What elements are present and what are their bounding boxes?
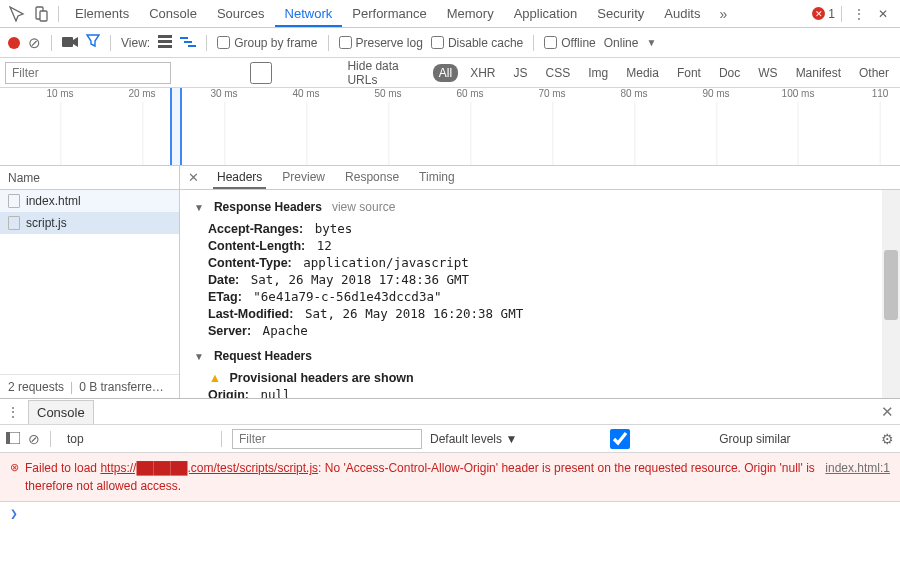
detail-tab-timing[interactable]: Timing (415, 167, 459, 189)
filter-type-doc[interactable]: Doc (713, 64, 746, 82)
error-text: Failed to load https://██████.com/test/s… (25, 459, 815, 495)
timeline-tick: 110 (872, 88, 889, 99)
error-icon: ⊗ (10, 459, 19, 495)
provisional-warning: ▲ Provisional headers are shown (194, 369, 888, 386)
column-header-name[interactable]: Name (0, 166, 179, 190)
drawer-tab-console[interactable]: Console (28, 400, 94, 424)
group-by-frame-checkbox[interactable]: Group by frame (217, 36, 317, 50)
filter-type-ws[interactable]: WS (752, 64, 783, 82)
filter-type-img[interactable]: Img (582, 64, 614, 82)
filter-type-manifest[interactable]: Manifest (790, 64, 847, 82)
header-line: Server: Apache (194, 322, 888, 339)
tab-sources[interactable]: Sources (207, 1, 275, 27)
svg-rect-3 (158, 35, 172, 38)
tab-memory[interactable]: Memory (437, 1, 504, 27)
dropdown-caret-icon[interactable]: ▼ (646, 37, 656, 48)
detail-tab-response[interactable]: Response (341, 167, 403, 189)
timeline-tick: 70 ms (538, 88, 565, 99)
filter-type-js[interactable]: JS (508, 64, 534, 82)
console-filter-input[interactable] (232, 429, 422, 449)
tab-audits[interactable]: Audits (654, 1, 710, 27)
large-rows-icon[interactable] (158, 34, 172, 51)
context-select[interactable]: top (61, 432, 211, 446)
clear-icon[interactable]: ⊘ (28, 34, 41, 52)
timeline-tick: 30 ms (210, 88, 237, 99)
filter-type-xhr[interactable]: XHR (464, 64, 501, 82)
svg-rect-5 (158, 45, 172, 48)
tab-security[interactable]: Security (587, 1, 654, 27)
camera-icon[interactable] (62, 34, 78, 51)
view-label: View: (121, 36, 150, 50)
throttling-select[interactable]: Online (604, 36, 639, 50)
request-row[interactable]: script.js (0, 212, 179, 234)
tab-network[interactable]: Network (275, 1, 343, 27)
tab-elements[interactable]: Elements (65, 1, 139, 27)
sidebar-toggle-icon[interactable] (6, 431, 20, 447)
svg-rect-7 (184, 41, 192, 43)
request-detail: ✕ HeadersPreviewResponseTiming ▼ Respons… (180, 166, 900, 398)
device-toggle-icon[interactable] (30, 3, 52, 25)
filter-type-media[interactable]: Media (620, 64, 665, 82)
filter-type-font[interactable]: Font (671, 64, 707, 82)
error-source-link[interactable]: index.html:1 (815, 459, 890, 495)
console-error-message[interactable]: ⊗ Failed to load https://██████.com/test… (0, 453, 900, 502)
file-icon (8, 194, 20, 208)
collapse-icon[interactable]: ▼ (194, 351, 204, 362)
request-headers-title: Request Headers (214, 349, 312, 363)
filter-icon[interactable] (86, 34, 100, 51)
error-count: 1 (828, 7, 835, 21)
hide-data-urls-checkbox[interactable]: Hide data URLs (179, 59, 425, 87)
timeline-tick: 40 ms (292, 88, 319, 99)
filter-type-all[interactable]: All (433, 64, 458, 82)
separator (110, 35, 111, 51)
gear-icon[interactable]: ⚙ (881, 431, 894, 447)
detail-body: ▼ Response Headers view source Accept-Ra… (180, 190, 900, 398)
inspect-icon[interactable] (6, 3, 28, 25)
request-row[interactable]: index.html (0, 190, 179, 212)
status-bar: 2 requests | 0 B transferre… (0, 374, 179, 398)
header-line: Date: Sat, 26 May 2018 17:48:36 GMT (194, 271, 888, 288)
filter-input[interactable] (5, 62, 171, 84)
view-source-link[interactable]: view source (332, 200, 395, 214)
header-line: Content-Type: application/javascript (194, 254, 888, 271)
more-tabs-icon[interactable]: » (712, 3, 734, 25)
disable-cache-checkbox[interactable]: Disable cache (431, 36, 523, 50)
log-levels-select[interactable]: Default levels ▼ (430, 432, 517, 446)
filter-type-css[interactable]: CSS (540, 64, 577, 82)
close-detail-icon[interactable]: ✕ (184, 170, 203, 185)
timeline-overview[interactable]: 10 ms20 ms30 ms40 ms50 ms60 ms70 ms80 ms… (0, 88, 900, 166)
timeline-tick: 90 ms (702, 88, 729, 99)
drawer-header: ⋮ Console ✕ (0, 399, 900, 425)
clear-console-icon[interactable]: ⊘ (28, 431, 40, 447)
tab-performance[interactable]: Performance (342, 1, 436, 27)
close-devtools-icon[interactable]: ✕ (872, 3, 894, 25)
tab-console[interactable]: Console (139, 1, 207, 27)
tab-application[interactable]: Application (504, 1, 588, 27)
file-icon (8, 216, 20, 230)
offline-checkbox[interactable]: Offline (544, 36, 595, 50)
header-line: Last-Modified: Sat, 26 May 2018 16:20:38… (194, 305, 888, 322)
detail-tab-headers[interactable]: Headers (213, 167, 266, 189)
filter-type-other[interactable]: Other (853, 64, 895, 82)
separator (58, 6, 59, 22)
waterfall-icon[interactable] (180, 34, 196, 51)
close-drawer-icon[interactable]: ✕ (881, 403, 894, 421)
group-similar-checkbox[interactable]: Group similar (525, 429, 790, 449)
network-toolbar: ⊘ View: Group by frame Preserve log Disa… (0, 28, 900, 58)
kebab-menu-icon[interactable]: ⋮ (848, 3, 870, 25)
network-main: Name index.htmlscript.js 2 requests | 0 … (0, 166, 900, 398)
collapse-icon[interactable]: ▼ (194, 202, 204, 213)
header-line: Origin: null (194, 386, 888, 398)
console-toolbar: ⊘ top Default levels ▼ Group similar ⚙ (0, 425, 900, 453)
scrollbar[interactable] (882, 190, 900, 398)
detail-tab-preview[interactable]: Preview (278, 167, 329, 189)
kebab-menu-icon[interactable]: ⋮ (6, 404, 20, 420)
timeline-tick: 50 ms (374, 88, 401, 99)
header-line: ETag: "6e41a79-c-56d1e43dccd3a" (194, 288, 888, 305)
error-count-badge[interactable]: ✕1 (812, 7, 835, 21)
preserve-log-checkbox[interactable]: Preserve log (339, 36, 423, 50)
svg-rect-10 (6, 432, 10, 444)
record-button[interactable] (8, 37, 20, 49)
timeline-selection[interactable] (170, 88, 182, 165)
console-prompt[interactable]: ❯ (0, 502, 900, 525)
